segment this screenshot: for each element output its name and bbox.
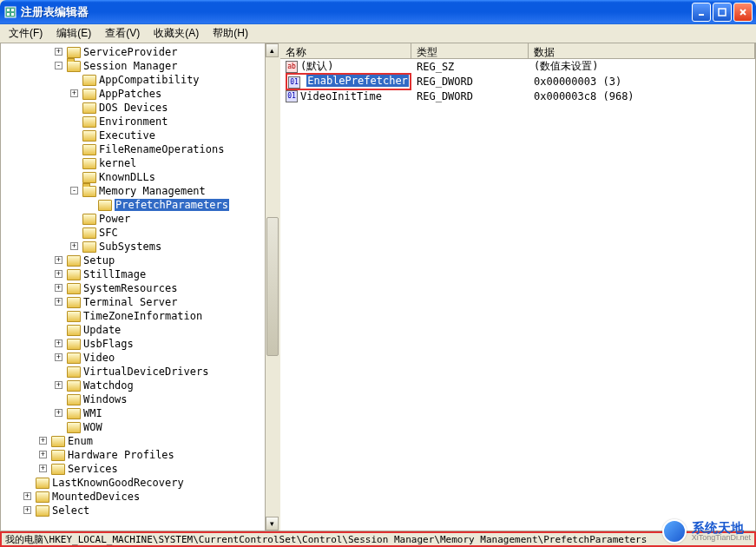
list-body[interactable]: ab(默认)REG_SZ(数值未设置)01 EnablePrefetcherRE… [280,59,755,531]
tree-item[interactable]: +WMI [3,406,279,420]
list-header: 名称 类型 数据 [280,43,755,59]
folder-icon [67,380,81,392]
tree-item[interactable]: +Video [3,351,279,365]
tree-item[interactable]: PrefetchParameters [3,198,279,212]
folder-icon [67,61,81,72]
tree-item-label: LastKnownGoodRecovery [52,477,184,489]
scroll-thumb[interactable] [266,217,279,356]
tree-item-label: Memory Management [99,185,206,197]
folder-icon [67,283,81,294]
folder-icon [51,450,65,461]
value-name: EnablePrefetcher [306,75,409,87]
menu-bar: 文件(F) 编辑(E) 查看(V) 收藏夹(A) 帮助(H) [0,24,756,43]
expand-toggle-icon[interactable]: + [55,270,62,278]
column-header-type[interactable]: 类型 [411,43,529,58]
expand-toggle-icon[interactable]: + [55,256,62,264]
expand-toggle-icon[interactable]: + [55,353,62,361]
expand-toggle-icon[interactable]: - [55,62,62,69]
close-button[interactable] [733,3,753,22]
tree-item[interactable]: +Select [3,504,279,517]
expand-toggle-icon[interactable]: + [55,48,62,56]
tree-item[interactable]: +UsbFlags [3,337,279,351]
expand-toggle-icon[interactable]: + [55,339,62,347]
tree-item[interactable]: +Enum [3,434,279,448]
expand-toggle-icon[interactable]: + [23,506,31,514]
tree-item[interactable]: +SubSystems [3,240,279,254]
column-header-name[interactable]: 名称 [280,43,411,58]
value-row[interactable]: 01 EnablePrefetcherREG_DWORD0x00000003 (… [280,74,755,89]
value-row[interactable]: ab(默认)REG_SZ(数值未设置) [280,59,755,74]
expand-toggle-icon[interactable]: + [23,492,31,500]
menu-help[interactable]: 帮助(H) [207,24,253,43]
tree-item[interactable]: Update [3,323,279,337]
expand-toggle-icon[interactable]: + [39,465,47,472]
tree-item-label: Watchdog [83,379,134,392]
tree-item[interactable]: Executive [3,129,279,142]
folder-icon [82,227,96,239]
expand-toggle-icon[interactable]: - [70,187,78,194]
tree-item[interactable]: Power [3,212,279,226]
tree-item[interactable]: +Setup [3,254,279,267]
folder-icon [67,325,81,336]
tree-item[interactable]: AppCompatibility [3,73,279,87]
tree-item-label: PrefetchParameters [115,199,229,211]
expand-toggle-icon[interactable]: + [70,242,78,250]
menu-edit[interactable]: 编辑(E) [51,24,96,43]
tree-item[interactable]: +AppPatches [3,87,279,101]
tree-item[interactable]: KnownDLLs [3,170,279,184]
tree-item[interactable]: FileRenameOperations [3,142,279,156]
tree-item-label: SFC [99,227,118,239]
tree-item[interactable]: -Memory Management [3,184,279,198]
scroll-down-button[interactable]: ▾ [266,517,279,531]
menu-file[interactable]: 文件(F) [3,24,48,43]
column-header-data[interactable]: 数据 [529,43,755,58]
tree-item[interactable]: +ServiceProvider [3,45,279,59]
expand-toggle-icon[interactable]: + [55,381,62,389]
tree-item[interactable]: LastKnownGoodRecovery [3,476,279,490]
tree-scrollbar[interactable]: ▴ ▾ [265,43,279,531]
tree-item[interactable]: Environment [3,115,279,129]
menu-favorites[interactable]: 收藏夹(A) [148,24,204,43]
tree-item[interactable]: +Hardware Profiles [3,448,279,462]
tree-item[interactable]: kernel [3,156,279,170]
tree-item[interactable]: Windows [3,392,279,406]
tree-item-label: Environment [99,115,168,128]
maximize-button[interactable] [713,3,732,22]
folder-icon [82,75,96,86]
tree-item[interactable]: +MountedDevices [3,490,279,504]
tree-item[interactable]: TimeZoneInformation [3,309,279,323]
expand-toggle-icon[interactable]: + [70,89,78,97]
tree-item[interactable]: WOW [3,420,279,434]
folder-icon [36,491,49,503]
tree-item[interactable]: +StillImage [3,267,279,281]
tree-item[interactable]: -Session Manager [3,59,279,73]
tree-item-label: Power [99,213,130,225]
dword-value-icon: 01 [288,76,300,89]
tree-pane[interactable]: +ServiceProvider-Session ManagerAppCompa… [1,43,280,531]
scroll-up-button[interactable]: ▴ [266,43,279,57]
tree-item[interactable]: +Services [3,462,279,476]
menu-view[interactable]: 查看(V) [100,24,145,43]
tree-item[interactable]: +Watchdog [3,379,279,392]
svg-rect-4 [11,13,14,16]
expand-toggle-icon[interactable]: + [39,451,47,458]
minimize-button[interactable] [692,3,711,22]
tree-item[interactable]: VirtualDeviceDrivers [3,365,279,379]
svg-rect-0 [5,7,16,17]
expand-toggle-icon[interactable]: + [55,284,62,292]
folder-icon [36,478,49,489]
value-name: (默认) [300,59,333,74]
expand-toggle-icon[interactable]: + [55,298,62,306]
tree-item[interactable]: DOS Devices [3,101,279,115]
expand-toggle-icon[interactable]: + [39,437,47,445]
list-pane: 名称 类型 数据 ab(默认)REG_SZ(数值未设置)01 EnablePre… [280,43,755,531]
folder-icon [67,353,81,364]
folder-icon [67,422,81,433]
value-row[interactable]: 01VideoInitTimeREG_DWORD0x000003c8 (968) [280,89,755,103]
tree-item[interactable]: +Terminal Server [3,295,279,309]
tree-item-label: Terminal Server [83,296,177,308]
tree-item-label: Select [52,504,89,517]
tree-item[interactable]: SFC [3,226,279,240]
tree-item[interactable]: +SystemResources [3,281,279,295]
expand-toggle-icon[interactable]: + [55,409,62,417]
